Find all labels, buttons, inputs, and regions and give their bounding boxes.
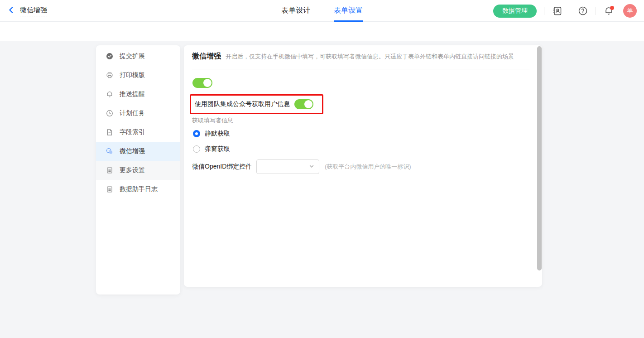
- notification-badge: [610, 6, 614, 10]
- scrollbar[interactable]: [537, 46, 542, 270]
- toggle-knob: [304, 100, 312, 108]
- back-button[interactable]: [6, 6, 16, 16]
- topbar-left: 微信增强: [6, 0, 47, 22]
- radio-label: 弹窗获取: [205, 145, 230, 153]
- radio-icon: [193, 145, 200, 153]
- fetch-filler-info-label: 获取填写者信息: [192, 116, 233, 125]
- bell-icon: [106, 91, 113, 98]
- sidebar-item-submit-extension[interactable]: 提交扩展: [96, 47, 180, 66]
- highlight-annotation-box: 使用团队集成公众号获取用户信息: [190, 94, 323, 114]
- help-icon[interactable]: [577, 5, 588, 16]
- sidebar-item-field-index[interactable]: 字段索引: [96, 123, 180, 142]
- panel-description: 开启后，仅支持在手机微信中填写，可获取填写者微信信息。只适应于表单外链和表单内链…: [226, 53, 514, 61]
- divider: [570, 7, 570, 15]
- openid-select[interactable]: [256, 159, 319, 174]
- sidebar-item-print-template[interactable]: 打印模版: [96, 66, 180, 85]
- sidebar-item-label: 数据助手日志: [120, 185, 158, 193]
- radio-icon: [193, 130, 200, 137]
- chevron-left-icon: [7, 6, 15, 16]
- list-icon: [106, 167, 113, 174]
- data-manage-button[interactable]: 数据管理: [493, 5, 537, 18]
- divider: [192, 69, 529, 69]
- address-book-icon[interactable]: [552, 5, 562, 16]
- sidebar-item-data-assistant-log[interactable]: 数据助手日志: [96, 180, 180, 199]
- sidebar-item-label: 提交扩展: [120, 52, 145, 60]
- tab-form-design[interactable]: 表单设计: [281, 0, 310, 22]
- form-title[interactable]: 微信增强: [20, 6, 47, 16]
- sidebar-item-label: 计划任务: [120, 109, 145, 117]
- divider: [544, 7, 544, 15]
- topbar-right: 数据管理: [493, 0, 637, 22]
- topbar: 微信增强 表单设计 表单设置 数据管理: [0, 0, 644, 22]
- settings-sidebar: 提交扩展 打印模版 推送提醒 计划任务 字段索引: [96, 45, 180, 295]
- openid-hint: (获取平台内微信用户的唯一标识): [325, 163, 411, 171]
- sidebar-item-label: 更多设置: [120, 166, 145, 174]
- avatar[interactable]: 羊: [623, 4, 637, 18]
- toggle-knob: [203, 79, 211, 87]
- radio-silent-fetch[interactable]: 静默获取: [193, 130, 230, 138]
- tab-form-settings[interactable]: 表单设置: [334, 0, 363, 22]
- clock-icon: [106, 110, 113, 117]
- sidebar-item-label: 微信增强: [120, 147, 145, 155]
- panel-header: 微信增强 开启后，仅支持在手机微信中填写，可获取填写者微信信息。只适应于表单外链…: [192, 52, 514, 61]
- sidebar-item-push-reminder[interactable]: 推送提醒: [96, 85, 180, 104]
- tabs: 表单设计 表单设置: [281, 0, 363, 22]
- sidebar-item-label: 推送提醒: [120, 90, 145, 98]
- wechat-enhance-panel: 微信增强 开启后，仅支持在手机微信中填写，可获取填写者微信信息。只适应于表单外链…: [184, 45, 542, 287]
- document-icon: [106, 129, 113, 136]
- openid-binding-label: 微信OpenID绑定控件: [192, 163, 256, 171]
- panel-title: 微信增强: [192, 52, 221, 61]
- radio-popup-fetch[interactable]: 弹窗获取: [193, 145, 230, 153]
- team-official-account-toggle[interactable]: [294, 99, 313, 109]
- notification-bell-icon[interactable]: [603, 5, 614, 16]
- team-official-account-label: 使用团队集成公众号获取用户信息: [195, 100, 290, 108]
- list-icon: [106, 186, 113, 193]
- sidebar-item-scheduled-tasks[interactable]: 计划任务: [96, 104, 180, 123]
- sidebar-item-wechat-enhance[interactable]: 微信增强: [96, 142, 180, 161]
- chevron-down-icon: [309, 163, 314, 171]
- wechat-icon: [106, 148, 113, 155]
- wechat-enhance-toggle[interactable]: [192, 78, 212, 88]
- sidebar-item-more-settings[interactable]: 更多设置: [96, 161, 180, 180]
- radio-label: 静默获取: [205, 130, 230, 138]
- sidebar-item-label: 打印模版: [120, 71, 145, 79]
- divider: [596, 7, 596, 15]
- check-circle-icon: [106, 53, 113, 60]
- printer-icon: [106, 72, 113, 79]
- openid-binding-row: 微信OpenID绑定控件 (获取平台内微信用户的唯一标识): [192, 159, 411, 174]
- sidebar-item-label: 字段索引: [120, 128, 145, 136]
